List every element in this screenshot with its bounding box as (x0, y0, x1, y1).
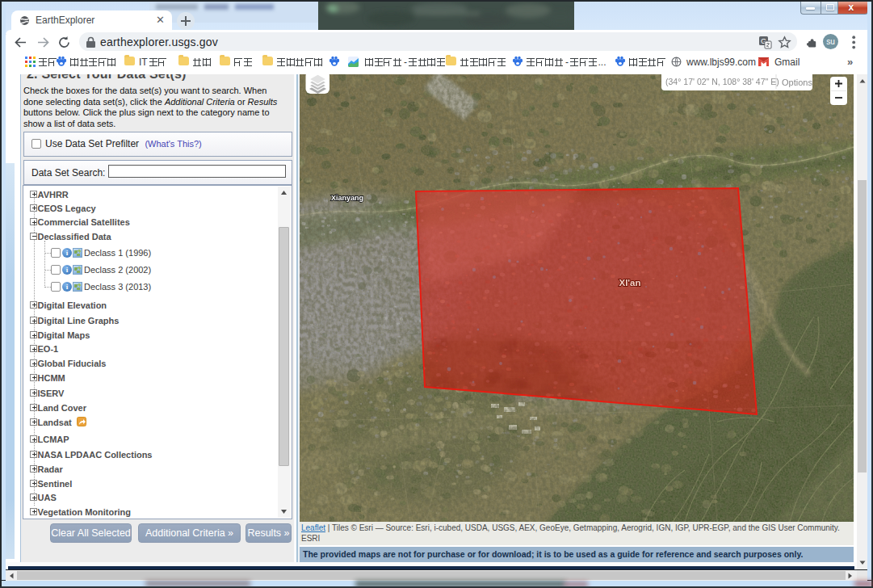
svg-text:XI'an: XI'an (619, 278, 640, 288)
svg-text:Xianyang: Xianyang (331, 194, 363, 202)
svg-text:Options: Options (782, 78, 812, 87)
svg-text:(34° 17' 02" N, 108° 38' 47" E: (34° 17' 02" N, 108° 38' 47" E) (665, 77, 779, 86)
